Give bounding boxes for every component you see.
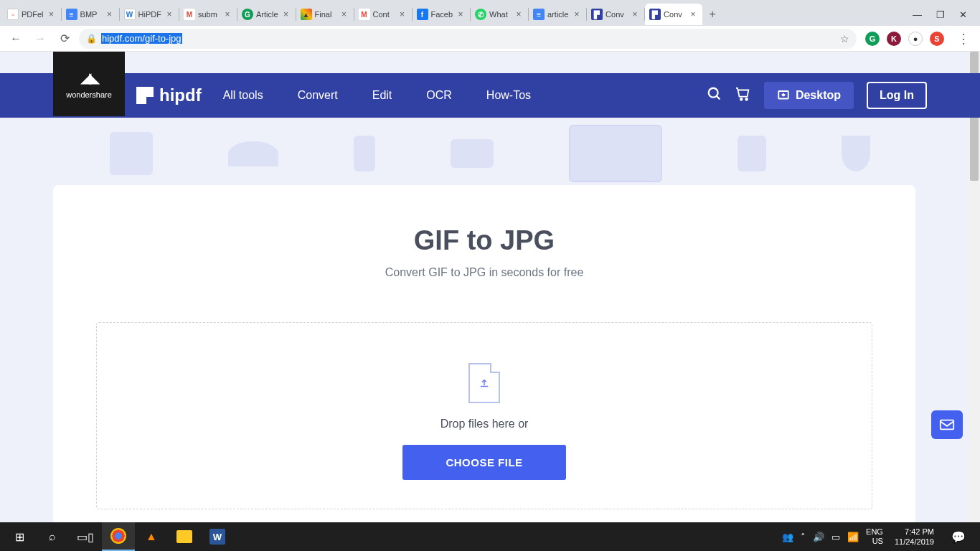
new-tab-button[interactable]: + bbox=[702, 4, 722, 24]
tray-clock[interactable]: 7:42 PM 11/24/2019 bbox=[890, 527, 938, 547]
desktop-button[interactable]: Desktop bbox=[764, 82, 854, 109]
tab-title: Conv bbox=[606, 10, 627, 19]
address-bar[interactable]: 🔒 hipdf.com/gif-to-jpg ☆ bbox=[79, 29, 857, 49]
browser-tab[interactable]: GArticle× bbox=[237, 4, 296, 25]
tray-battery-icon[interactable]: ▭ bbox=[831, 532, 840, 542]
hero-decoration bbox=[0, 118, 980, 189]
svg-rect-5 bbox=[941, 420, 953, 430]
desktop-label: Desktop bbox=[796, 89, 841, 102]
tab-favicon: M bbox=[184, 9, 195, 20]
browser-tab[interactable]: ≡BMP× bbox=[62, 4, 119, 25]
action-center-button[interactable]: 💬 bbox=[946, 522, 971, 551]
tab-title: Final bbox=[315, 10, 336, 19]
tab-favicon: W bbox=[124, 9, 136, 20]
drop-text: Drop files here or bbox=[440, 418, 529, 430]
svg-line-1 bbox=[717, 95, 720, 99]
maximize-button[interactable]: ❐ bbox=[936, 9, 945, 20]
nav-convert[interactable]: Convert bbox=[298, 89, 338, 102]
task-view-button[interactable]: ▭▯ bbox=[69, 522, 102, 551]
feedback-button[interactable] bbox=[931, 410, 963, 439]
tab-close-icon[interactable]: × bbox=[281, 9, 291, 19]
login-label: Log In bbox=[880, 89, 914, 101]
tab-close-icon[interactable]: × bbox=[105, 9, 115, 19]
back-button[interactable]: ← bbox=[6, 29, 26, 49]
file-drop-zone[interactable]: Drop files here or CHOOSE FILE bbox=[96, 322, 872, 509]
tab-title: Cont bbox=[373, 10, 395, 19]
taskbar-vlc[interactable]: ▲ bbox=[135, 522, 168, 551]
login-button[interactable]: Log In bbox=[867, 82, 927, 109]
tab-title: Faceb bbox=[431, 10, 453, 19]
cart-icon[interactable] bbox=[735, 86, 751, 105]
svg-point-2 bbox=[740, 98, 743, 100]
tab-title: PDFel bbox=[22, 10, 44, 19]
tab-close-icon[interactable]: × bbox=[688, 9, 698, 19]
tray-people-icon[interactable]: 👥 bbox=[782, 532, 793, 542]
tab-favicon: f bbox=[417, 9, 428, 20]
url-text: hipdf.com/gif-to-jpg bbox=[101, 33, 182, 44]
browser-tab[interactable]: ▫PDFel× bbox=[3, 4, 61, 25]
close-window-button[interactable]: ✕ bbox=[959, 9, 967, 20]
choose-file-button[interactable]: CHOOSE FILE bbox=[402, 445, 565, 480]
tab-favicon: G bbox=[242, 9, 253, 20]
mail-icon bbox=[939, 418, 955, 431]
hero-shape-lamp bbox=[228, 141, 278, 166]
tray-language[interactable]: ENG US bbox=[866, 527, 883, 546]
tray-wifi-icon[interactable]: 📶 bbox=[847, 532, 859, 542]
tab-favicon: ✆ bbox=[475, 9, 486, 20]
hero-shape-doc bbox=[738, 136, 766, 171]
hero-shape-plant bbox=[110, 132, 153, 175]
browser-tab[interactable]: Msubm× bbox=[179, 4, 237, 25]
tab-close-icon[interactable]: × bbox=[47, 9, 57, 19]
browser-toolbar: ← → ⟳ 🔒 hipdf.com/gif-to-jpg ☆ G K ● S ⋮ bbox=[0, 26, 980, 52]
tray-volume-icon[interactable]: 🔊 bbox=[813, 532, 824, 542]
browser-tab[interactable]: ▛Conv× bbox=[645, 4, 702, 25]
tab-close-icon[interactable]: × bbox=[630, 9, 640, 19]
tray-chevron-up-icon[interactable]: ˄ bbox=[801, 532, 806, 542]
browser-tab[interactable]: fFaceb× bbox=[413, 4, 471, 25]
tray-lang-1: ENG bbox=[866, 527, 883, 537]
tab-title: Article bbox=[256, 10, 278, 19]
tab-close-icon[interactable]: × bbox=[339, 9, 349, 19]
minimize-button[interactable]: — bbox=[913, 9, 922, 20]
start-button[interactable]: ⊞ bbox=[3, 522, 36, 551]
browser-tab[interactable]: MCont× bbox=[354, 4, 412, 25]
windows-taskbar: ⊞ ⌕ ▭▯ ▲ W 👥 ˄ 🔊 ▭ 📶 ENG US 7:42 PM 11/2… bbox=[0, 522, 980, 551]
system-tray: 👥 ˄ 🔊 ▭ 📶 ENG US 7:42 PM 11/24/2019 💬 bbox=[776, 522, 977, 551]
tab-close-icon[interactable]: × bbox=[164, 9, 174, 19]
profile-avatar-icon[interactable]: S bbox=[930, 32, 944, 46]
tab-close-icon[interactable]: × bbox=[456, 9, 466, 19]
tray-lang-2: US bbox=[866, 537, 883, 546]
browser-tab[interactable]: ▲Final× bbox=[296, 4, 354, 25]
browser-tab[interactable]: ≡article× bbox=[529, 4, 586, 25]
taskbar-word[interactable]: W bbox=[201, 522, 234, 551]
browser-tab[interactable]: WHiPDF× bbox=[120, 4, 179, 25]
tab-close-icon[interactable]: × bbox=[222, 9, 232, 19]
nav-how-tos[interactable]: How-Tos bbox=[486, 89, 531, 102]
reload-button[interactable]: ⟳ bbox=[55, 29, 75, 49]
tab-title: HiPDF bbox=[138, 10, 161, 19]
nav-all-tools[interactable]: All tools bbox=[223, 89, 263, 102]
download-icon bbox=[777, 89, 790, 102]
lock-icon: 🔒 bbox=[86, 34, 97, 44]
bookmark-star-icon[interactable]: ☆ bbox=[840, 33, 849, 44]
browser-tab[interactable]: ✆What× bbox=[471, 4, 528, 25]
extension-icon[interactable]: ● bbox=[908, 32, 923, 46]
taskbar-chrome[interactable] bbox=[102, 522, 135, 551]
nav-edit[interactable]: Edit bbox=[372, 89, 392, 102]
taskbar-explorer[interactable] bbox=[168, 522, 201, 551]
extension-grammarly-icon[interactable]: G bbox=[865, 32, 880, 46]
tab-favicon: ≡ bbox=[533, 9, 545, 20]
search-icon[interactable] bbox=[707, 86, 722, 105]
extension-k-icon[interactable]: K bbox=[887, 32, 901, 46]
tab-close-icon[interactable]: × bbox=[514, 9, 524, 19]
window-controls: — ❐ ✕ bbox=[903, 9, 977, 20]
nav-ocr[interactable]: OCR bbox=[426, 89, 452, 102]
wondershare-logo[interactable]: ◢◣ wondershare bbox=[53, 52, 125, 116]
tab-close-icon[interactable]: × bbox=[572, 9, 582, 19]
forward-button[interactable]: → bbox=[30, 29, 50, 49]
search-button[interactable]: ⌕ bbox=[36, 522, 69, 551]
tab-close-icon[interactable]: × bbox=[397, 9, 407, 19]
chrome-menu-button[interactable]: ⋮ bbox=[953, 31, 974, 47]
hipdf-logo[interactable]: hipdf bbox=[136, 85, 202, 105]
browser-tab[interactable]: ▛Conv× bbox=[587, 4, 644, 25]
